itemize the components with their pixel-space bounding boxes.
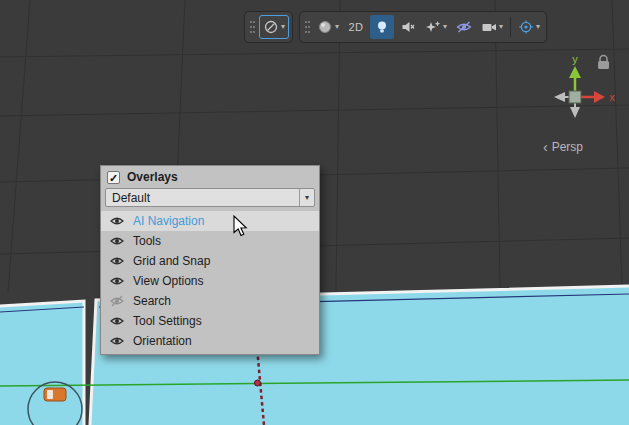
toolbar-separator bbox=[510, 17, 511, 37]
scene-object-bed[interactable] bbox=[44, 388, 66, 401]
grip-dots-icon bbox=[304, 19, 311, 35]
overlays-menu: ✓ Overlays Default ▾ AI Navigation Tools… bbox=[100, 165, 320, 355]
eye-icon bbox=[110, 315, 124, 327]
overlay-item-label: Tool Settings bbox=[133, 314, 202, 328]
scene-toolbar: ▾ ▾ 2D bbox=[244, 11, 547, 43]
toolbar-group-view-options: ▾ 2D bbox=[299, 11, 547, 43]
shading-mode-button[interactable]: ▾ bbox=[314, 15, 342, 39]
lightbulb-icon bbox=[374, 20, 390, 34]
overlays-enabled-checkbox[interactable]: ✓ bbox=[107, 171, 120, 184]
compass-icon bbox=[263, 20, 279, 34]
dropdown-arrow-icon: ▾ bbox=[335, 23, 339, 31]
camera-icon bbox=[481, 20, 497, 34]
axis-negx-cone[interactable] bbox=[554, 92, 565, 102]
overlay-item-label: Search bbox=[133, 294, 171, 308]
overlay-item-label: Grid and Snap bbox=[133, 254, 210, 268]
eye-icon bbox=[110, 275, 124, 287]
overlay-item-ai-navigation[interactable]: AI Navigation bbox=[101, 211, 319, 231]
axis-x-cone[interactable] bbox=[594, 91, 605, 103]
floor-plane-left[interactable] bbox=[0, 301, 84, 425]
scene-visibility-button[interactable] bbox=[452, 15, 476, 39]
overlay-item-tools[interactable]: Tools bbox=[101, 231, 319, 251]
overlay-drag-handle[interactable] bbox=[303, 18, 312, 36]
dropdown-arrow-icon: ▾ bbox=[499, 23, 503, 31]
scene-camera-button[interactable]: ▾ bbox=[478, 15, 506, 39]
orientation-gizmo[interactable]: y x bbox=[538, 48, 626, 126]
persp-label: Persp bbox=[552, 140, 583, 154]
overlay-item-tool-settings[interactable]: Tool Settings bbox=[101, 311, 319, 331]
gizmo-crosshair-icon bbox=[518, 20, 534, 34]
draw-mode-button[interactable]: ▾ bbox=[259, 15, 289, 39]
overlay-item-label: View Options bbox=[133, 274, 203, 288]
eye-icon bbox=[110, 215, 124, 227]
overlays-menu-title: Overlays bbox=[127, 170, 178, 184]
navmesh-vertex-point bbox=[255, 380, 261, 386]
overlay-item-search[interactable]: Search bbox=[101, 291, 319, 311]
overlays-preset-value: Default bbox=[112, 191, 150, 205]
projection-mode-toggle[interactable]: ‹ Persp bbox=[543, 140, 583, 154]
speaker-muted-icon bbox=[400, 20, 416, 34]
axis-x-label: x bbox=[609, 91, 615, 103]
axis-negy-cone[interactable] bbox=[570, 107, 580, 118]
dropdown-arrow-icon: ▾ bbox=[281, 23, 285, 31]
overlay-item-label: AI Navigation bbox=[133, 214, 204, 228]
overlay-drag-handle[interactable] bbox=[248, 18, 257, 36]
2d-toggle-button[interactable]: 2D bbox=[344, 15, 368, 39]
dropdown-arrow-icon: ▾ bbox=[536, 23, 540, 31]
eye-slash-icon bbox=[456, 20, 472, 34]
axis-y-label: y bbox=[572, 53, 578, 65]
dropdown-arrow-icon: ▾ bbox=[443, 23, 447, 31]
effects-button[interactable]: ▾ bbox=[422, 15, 450, 39]
axis-y-cone[interactable] bbox=[569, 66, 581, 78]
overlays-menu-header: ✓ Overlays bbox=[101, 166, 319, 187]
shaded-sphere-icon bbox=[317, 20, 333, 34]
lighting-toggle-button[interactable] bbox=[370, 15, 394, 39]
overlay-item-label: Tools bbox=[133, 234, 161, 248]
sparkles-icon bbox=[425, 20, 441, 34]
overlay-item-grid-and-snap[interactable]: Grid and Snap bbox=[101, 251, 319, 271]
dropdown-arrow-icon: ▾ bbox=[299, 189, 314, 206]
audio-toggle-button[interactable] bbox=[396, 15, 420, 39]
2d-label: 2D bbox=[349, 21, 364, 33]
eye-icon bbox=[110, 335, 124, 347]
lock-icon[interactable] bbox=[598, 56, 609, 70]
overlays-preset-dropdown[interactable]: Default ▾ bbox=[105, 188, 315, 207]
gizmo-center-cube[interactable] bbox=[569, 91, 581, 103]
overlay-item-view-options[interactable]: View Options bbox=[101, 271, 319, 291]
eye-icon bbox=[110, 235, 124, 247]
unity-scene-view: ▾ ▾ 2D bbox=[0, 0, 629, 425]
eye-icon bbox=[110, 255, 124, 267]
grip-dots-icon bbox=[249, 19, 256, 35]
toolbar-group-drawmode: ▾ bbox=[244, 11, 293, 43]
gizmos-button[interactable]: ▾ bbox=[515, 15, 543, 39]
overlay-item-orientation[interactable]: Orientation bbox=[101, 331, 319, 351]
persp-chevron-icon: ‹ bbox=[543, 140, 548, 154]
overlay-item-label: Orientation bbox=[133, 334, 192, 348]
eye-off-icon bbox=[110, 295, 124, 307]
